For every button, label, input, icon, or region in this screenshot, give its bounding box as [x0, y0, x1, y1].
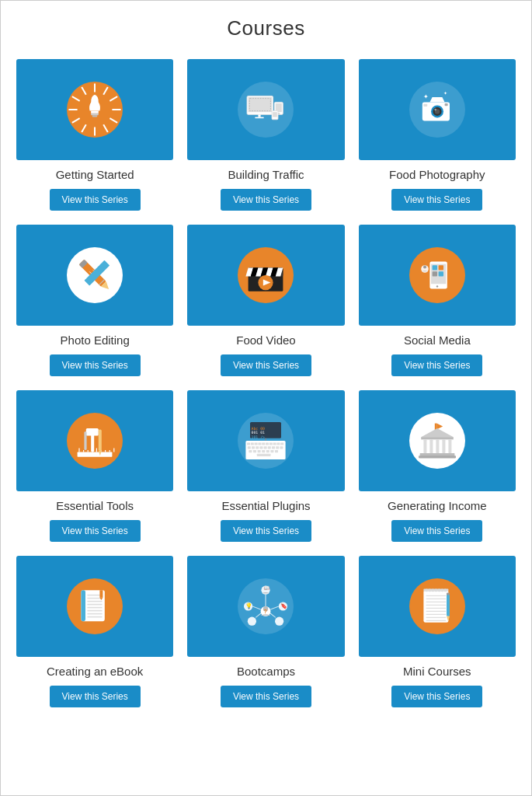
svg-rect-113 — [263, 450, 266, 452]
svg-rect-74 — [78, 452, 113, 456]
course-image-bootcamps: ? 📖 💡 🔖 — [187, 556, 344, 657]
svg-rect-107 — [272, 446, 275, 449]
svg-rect-21 — [256, 117, 264, 119]
course-card-food-video: Food VideoView this Series — [187, 225, 344, 376]
svg-rect-134 — [419, 456, 456, 458]
view-series-button-bootcamps[interactable]: View this Series — [221, 686, 311, 707]
svg-text:?: ? — [264, 608, 267, 615]
course-image-getting-started — [16, 59, 173, 160]
view-series-button-creating-ebook[interactable]: View this Series — [50, 686, 141, 707]
svg-rect-112 — [258, 450, 261, 452]
svg-rect-110 — [249, 450, 252, 452]
view-series-button-mini-courses[interactable]: View this Series — [391, 686, 482, 707]
course-image-social-media — [359, 225, 516, 326]
svg-rect-130 — [436, 439, 439, 453]
svg-text:📖: 📖 — [264, 585, 269, 591]
course-image-photo-editing — [16, 225, 173, 326]
svg-point-160 — [248, 617, 256, 626]
svg-rect-88 — [85, 431, 87, 450]
svg-rect-86 — [99, 430, 102, 451]
course-name-building-traffic: Building Traffic — [228, 168, 304, 181]
course-name-food-photography: Food Photography — [389, 168, 485, 181]
view-series-button-food-photography[interactable]: View this Series — [391, 189, 482, 211]
svg-rect-100 — [281, 442, 284, 445]
svg-text:✦: ✦ — [423, 93, 429, 100]
course-card-social-media: Social MediaView this Series — [359, 225, 516, 376]
svg-text:Abc  00: Abc 00 — [252, 427, 265, 431]
svg-rect-102 — [252, 446, 255, 449]
svg-rect-104 — [260, 446, 263, 449]
svg-rect-117 — [257, 454, 271, 456]
course-image-food-photography: ✦ ✦ — [359, 59, 516, 160]
course-image-essential-tools — [16, 390, 173, 491]
course-name-getting-started: Getting Started — [56, 168, 134, 181]
view-series-button-essential-tools[interactable]: View this Series — [50, 520, 141, 542]
course-image-building-traffic — [187, 59, 344, 160]
svg-rect-101 — [248, 446, 251, 449]
course-card-mini-courses: Mini CoursesView this Series — [359, 556, 516, 707]
svg-rect-26 — [273, 112, 278, 117]
svg-rect-69 — [438, 271, 443, 276]
svg-rect-111 — [253, 450, 256, 452]
courses-grid: Getting StartedView this Series Building… — [16, 59, 516, 707]
course-name-social-media: Social Media — [404, 333, 471, 347]
course-name-generating-income: Generating Income — [388, 499, 487, 512]
svg-rect-99 — [277, 442, 280, 445]
svg-rect-188 — [447, 592, 450, 595]
svg-rect-131 — [442, 439, 445, 453]
svg-rect-35 — [444, 103, 447, 106]
svg-rect-137 — [82, 590, 86, 621]
svg-rect-114 — [266, 450, 269, 452]
svg-rect-186 — [447, 594, 450, 616]
svg-rect-85 — [86, 428, 99, 436]
view-series-button-photo-editing[interactable]: View this Series — [50, 354, 141, 376]
svg-point-161 — [275, 617, 283, 626]
svg-rect-103 — [256, 446, 259, 449]
course-card-essential-tools: Essential ToolsView this Series — [16, 390, 173, 542]
course-name-essential-plugins: Essential Plugins — [221, 499, 310, 512]
svg-rect-36 — [423, 104, 427, 106]
view-series-button-food-video[interactable]: View this Series — [221, 354, 311, 376]
svg-text:001    01: 001 01 — [252, 431, 265, 435]
view-series-button-building-traffic[interactable]: View this Series — [221, 189, 311, 211]
svg-rect-109 — [280, 446, 283, 449]
course-name-food-video: Food Video — [236, 333, 295, 347]
course-name-creating-ebook: Creating an eBook — [47, 665, 143, 678]
svg-rect-94 — [259, 442, 262, 445]
view-series-button-generating-income[interactable]: View this Series — [391, 520, 482, 542]
svg-rect-92 — [251, 442, 254, 445]
svg-rect-97 — [269, 442, 273, 445]
svg-rect-176 — [423, 589, 448, 592]
course-image-food-video — [187, 225, 344, 326]
svg-rect-66 — [432, 265, 436, 270]
svg-rect-15 — [92, 115, 97, 117]
svg-rect-146 — [100, 590, 103, 598]
svg-rect-98 — [273, 442, 276, 445]
view-series-button-social-media[interactable]: View this Series — [391, 354, 482, 376]
svg-rect-108 — [276, 446, 280, 449]
svg-rect-96 — [266, 442, 269, 445]
course-card-creating-ebook: Creating an eBookView this Series — [16, 556, 173, 707]
svg-rect-116 — [275, 450, 278, 452]
svg-rect-128 — [423, 439, 426, 453]
svg-rect-105 — [264, 446, 267, 449]
svg-point-73 — [67, 413, 123, 469]
course-card-bootcamps: ? 📖 💡 🔖 — [187, 556, 344, 707]
svg-rect-127 — [421, 437, 454, 439]
svg-point-72 — [423, 266, 426, 269]
view-series-button-getting-started[interactable]: View this Series — [50, 189, 141, 211]
svg-text:✦: ✦ — [443, 90, 447, 96]
course-card-food-photography: ✦ ✦ Food PhotographyView this Series — [359, 59, 516, 211]
course-card-essential-plugins: Abc 00 001 01 101 /> Essential PluginsVi… — [187, 390, 344, 542]
svg-rect-18 — [249, 97, 272, 112]
svg-rect-68 — [432, 271, 436, 276]
course-image-generating-income — [359, 390, 516, 491]
course-card-getting-started: Getting StartedView this Series — [16, 59, 173, 211]
page-title: Courses — [16, 16, 516, 40]
svg-rect-91 — [247, 442, 250, 445]
view-series-button-essential-plugins[interactable]: View this Series — [221, 520, 311, 542]
svg-rect-67 — [438, 265, 443, 270]
course-name-mini-courses: Mini Courses — [403, 665, 471, 678]
svg-rect-14 — [91, 113, 99, 115]
svg-rect-95 — [263, 442, 266, 445]
